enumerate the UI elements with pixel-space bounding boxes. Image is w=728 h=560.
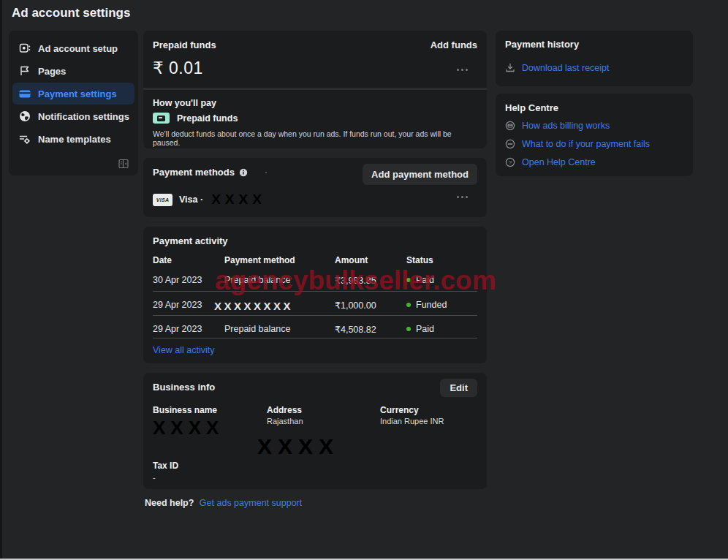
need-help-text: Need help? xyxy=(145,498,194,508)
payment-activity-card: Payment activity Date Payment method Amo… xyxy=(143,227,487,363)
activity-amount: ₹1,000.00 xyxy=(335,300,376,311)
currency-value: Indian Rupee INR xyxy=(380,417,444,425)
business-info-title: Business info xyxy=(153,382,215,393)
activity-date: 29 Apr 2023 xyxy=(153,324,202,334)
payment-history-title: Payment history xyxy=(505,39,579,50)
flag-icon xyxy=(18,64,31,78)
billing-circle-icon xyxy=(505,121,515,131)
activity-date: 29 Apr 2023 xyxy=(153,300,202,310)
page-title: Ad account settings xyxy=(12,6,130,20)
credit-card-icon xyxy=(18,87,31,101)
address-label: Address xyxy=(267,405,302,415)
sidebar-item-notification-settings[interactable]: Notification settings xyxy=(12,105,134,127)
download-icon xyxy=(505,63,515,73)
status-dot-icon xyxy=(406,278,411,282)
globe-icon xyxy=(18,110,31,124)
activity-status: Funded xyxy=(406,300,447,310)
prepaid-funds-card: Prepaid funds Add funds ₹ 0.01 How you'l… xyxy=(143,31,487,148)
activity-status: Paid xyxy=(406,275,434,285)
column-header-date: Date xyxy=(153,255,172,265)
screenshot-left-edge xyxy=(0,0,2,560)
prepaid-card-icon xyxy=(153,113,170,124)
activity-method: Prepaid balance xyxy=(224,324,290,334)
payment-support-link[interactable]: Get ads payment support xyxy=(200,498,302,508)
pay-method-name: Prepaid funds xyxy=(177,113,238,124)
sidebar-item-label: Name templates xyxy=(38,134,111,145)
edit-business-info-button[interactable]: Edit xyxy=(440,379,477,397)
ad-account-icon xyxy=(18,42,31,56)
payment-methods-card: Payment methods Add payment method VISA … xyxy=(143,158,487,217)
need-help-row: Need help? Get ads payment support xyxy=(145,498,302,508)
activity-status: Paid xyxy=(406,324,434,334)
question-circle-icon: ? xyxy=(505,157,515,167)
settings-sidebar: Ad account setup Pages Payment settings … xyxy=(9,31,138,175)
payment-method-row: VISA Visa · XXXX xyxy=(153,192,266,208)
prepaid-description: We'll deduct funds about once a day when… xyxy=(153,129,477,147)
business-name-label: Business name xyxy=(153,405,217,415)
visa-badge: VISA xyxy=(153,194,172,206)
row-divider xyxy=(153,291,477,292)
payment-method-more-icon[interactable] xyxy=(457,196,468,198)
currency-label: Currency xyxy=(380,405,419,415)
info-icon[interactable] xyxy=(239,168,248,177)
sidebar-item-name-templates[interactable]: Name templates xyxy=(12,128,134,150)
business-name-redacted: XXXX xyxy=(153,417,224,439)
activity-amount: ₹4,508.82 xyxy=(335,324,376,335)
payment-history-card: Payment history Download last receipt xyxy=(496,31,693,86)
activity-method: Prepaid balance xyxy=(224,275,290,285)
add-payment-method-button[interactable]: Add payment method xyxy=(363,164,477,185)
section-divider xyxy=(143,88,487,90)
view-all-activity-link[interactable]: View all activity xyxy=(153,345,215,355)
sidebar-item-label: Pages xyxy=(38,66,66,77)
business-info-card: Business info Edit Business name XXXX Ad… xyxy=(143,373,487,489)
address-value: Rajasthan xyxy=(267,417,303,425)
status-dot-icon xyxy=(406,327,411,331)
prepaid-balance: ₹ 0.01 xyxy=(153,58,203,78)
column-header-amount: Amount xyxy=(335,255,368,265)
tiny-dot xyxy=(265,172,267,173)
collapse-sidebar-icon[interactable] xyxy=(118,158,129,170)
row-divider xyxy=(153,315,477,316)
card-brand-label: Visa · xyxy=(179,194,203,205)
sidebar-item-pages[interactable]: Pages xyxy=(12,60,134,82)
sidebar-item-label: Ad account setup xyxy=(38,43,118,54)
sidebar-item-ad-account-setup[interactable]: Ad account setup xyxy=(12,37,134,59)
list-gear-icon xyxy=(18,132,31,146)
activity-amount: ₹3,983.85 xyxy=(335,275,376,286)
open-help-centre-link[interactable]: Open Help Centre xyxy=(522,157,596,167)
svg-text:?: ? xyxy=(509,159,512,166)
how-ads-billing-works-link[interactable]: How ads billing works xyxy=(522,121,610,131)
download-last-receipt-link[interactable]: Download last receipt xyxy=(522,63,610,73)
card-number-redacted: XXXX xyxy=(211,192,266,208)
row-divider xyxy=(153,338,477,338)
address-redacted: XXXX xyxy=(257,434,339,459)
sidebar-item-label: Notification settings xyxy=(38,111,129,122)
how-youll-pay-title: How you'll pay xyxy=(153,98,216,108)
payment-activity-title: Payment activity xyxy=(153,235,228,246)
tax-id-value: - xyxy=(153,473,156,482)
status-dot-icon xyxy=(406,303,411,307)
activity-date: 30 Apr 2023 xyxy=(153,275,202,285)
payment-methods-title: Payment methods xyxy=(153,167,235,178)
column-header-status: Status xyxy=(406,255,433,265)
minus-circle-icon xyxy=(505,139,515,149)
help-centre-title: Help Centre xyxy=(505,102,558,113)
help-centre-card: Help Centre How ads billing works What t… xyxy=(496,94,693,176)
add-funds-button[interactable]: Add funds xyxy=(431,39,477,50)
payment-fails-link[interactable]: What to do if your payment fails xyxy=(522,139,650,149)
activity-method-redacted: XXXXXXXX xyxy=(214,300,293,312)
tax-id-label: Tax ID xyxy=(153,461,178,471)
column-header-method: Payment method xyxy=(224,255,295,265)
prepaid-funds-title: Prepaid funds xyxy=(153,39,216,50)
prepaid-more-icon[interactable] xyxy=(457,69,468,71)
sidebar-item-payment-settings[interactable]: Payment settings xyxy=(12,83,134,105)
sidebar-item-label: Payment settings xyxy=(38,88,117,99)
